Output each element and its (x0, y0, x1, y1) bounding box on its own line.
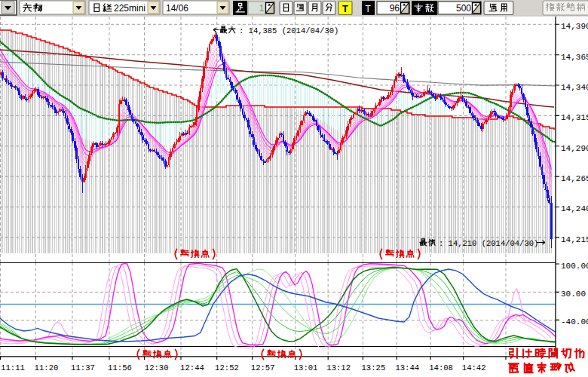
svg-text:13:01: 13:01 (294, 363, 318, 372)
svg-text:14,390: 14,390 (561, 22, 588, 31)
svg-text:14,265: 14,265 (561, 174, 588, 183)
svg-text:14,315: 14,315 (561, 113, 588, 122)
svg-text:-40.00: -40.00 (561, 317, 588, 326)
svg-text:14,340: 14,340 (561, 83, 588, 92)
svg-text:12:52: 12:52 (215, 363, 239, 372)
svg-text:: 14,385 (2014/04/30): : 14,385 (2014/04/30) (239, 26, 338, 35)
svg-text:14:42: 14:42 (462, 363, 486, 372)
svg-text:14,290: 14,290 (561, 144, 588, 153)
svg-text:225mini: 225mini (114, 3, 145, 14)
svg-text:11:37: 11:37 (71, 363, 95, 372)
svg-text:1: 1 (259, 3, 265, 14)
svg-text:14,215: 14,215 (561, 235, 588, 244)
svg-text:14,365: 14,365 (561, 53, 588, 62)
svg-text:12:57: 12:57 (251, 363, 275, 372)
svg-text:100.00: 100.00 (561, 262, 588, 271)
svg-text:30.00: 30.00 (561, 290, 586, 299)
svg-text:96: 96 (390, 3, 400, 14)
svg-text:11:56: 11:56 (108, 363, 132, 372)
svg-text:12:44: 12:44 (180, 363, 204, 372)
svg-text:: 14,210 (2014/04/30): : 14,210 (2014/04/30) (439, 239, 538, 248)
svg-text:T: T (342, 3, 348, 14)
svg-text:500: 500 (456, 3, 471, 14)
svg-text:11:20: 11:20 (35, 363, 59, 372)
svg-text:14/06: 14/06 (166, 3, 188, 14)
svg-text:11:11: 11:11 (1, 363, 25, 372)
svg-text:13:44: 13:44 (395, 363, 419, 372)
svg-text:14,240: 14,240 (561, 204, 588, 213)
svg-text:12:30: 12:30 (145, 363, 169, 372)
svg-text:13:25: 13:25 (362, 363, 386, 372)
svg-text:T: T (366, 4, 372, 14)
svg-text:14:08: 14:08 (429, 363, 453, 372)
svg-text:13:12: 13:12 (326, 363, 351, 372)
